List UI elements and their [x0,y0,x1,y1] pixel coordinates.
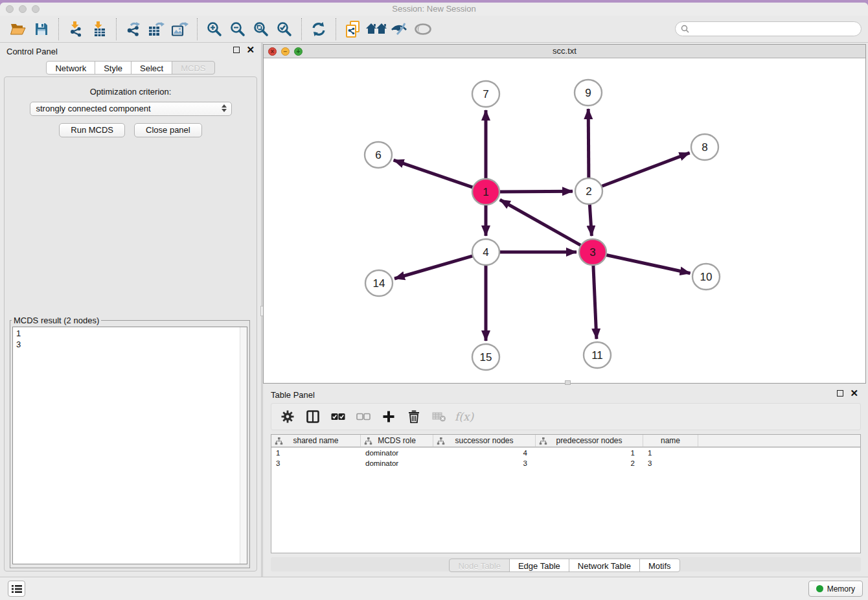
graph-node-11[interactable]: 11 [584,342,611,368]
cell-predecessor-nodes[interactable]: 1 [536,448,643,458]
tab-mcds[interactable]: MCDS [172,61,214,75]
select-all-icon[interactable] [328,407,348,426]
graph-node-3[interactable]: 3 [579,239,606,265]
search-input[interactable] [692,25,856,34]
hierarchy-icon [364,437,372,447]
open-session-icon[interactable] [6,18,30,40]
import-table-icon[interactable] [87,18,111,40]
save-session-icon[interactable] [30,18,53,40]
memory-status-icon [816,585,823,592]
export-network-icon[interactable] [122,18,145,40]
home-icon[interactable] [365,18,388,40]
table-row[interactable]: 1dominator411 [271,448,860,458]
close-panel-icon[interactable]: ✕ [246,47,255,53]
table-toolbar: f(x) [271,403,861,430]
search-field[interactable] [675,21,862,36]
cell-MCDS-role[interactable]: dominator [361,448,433,458]
cell-MCDS-role[interactable]: dominator [361,458,433,468]
criterion-value: strongly connected component [36,104,151,113]
edge-3-11[interactable] [593,264,597,339]
cell-successor-nodes[interactable]: 4 [433,448,536,458]
zoom-out-icon[interactable] [226,18,249,40]
network-window-titlebar[interactable]: × − + scc.txt [264,45,865,58]
task-history-button[interactable] [8,581,25,597]
table-panel-title: Table Panel [271,390,315,400]
table-row[interactable]: 3dominator323 [271,458,860,468]
tab-select[interactable]: Select [131,61,172,75]
edge-4-14[interactable] [394,255,474,279]
tab-network[interactable]: Network [46,61,95,75]
deselect-all-icon[interactable] [354,407,373,426]
export-image-icon[interactable] [168,18,192,40]
column-label: predecessor nodes [556,436,622,445]
zoom-selected-icon[interactable] [273,18,296,40]
window-title: Session: New Session [0,3,868,16]
cell-predecessor-nodes[interactable]: 2 [536,458,643,468]
clone-network-icon[interactable] [341,18,365,40]
column-header-shared-name[interactable]: shared name [271,435,361,446]
workspace-area: × − + scc.txt 7968124314101511 Table Pan… [263,43,866,577]
column-header-predecessor-nodes[interactable]: predecessor nodes [536,435,643,446]
graph-node-14[interactable]: 14 [365,270,393,296]
graph-node-4[interactable]: 4 [472,239,499,265]
close-panel-button[interactable]: Close panel [134,123,202,137]
graph-node-2[interactable]: 2 [575,178,602,204]
export-table-icon[interactable] [145,18,168,40]
cell-name[interactable]: 1 [643,448,698,458]
mcds-result-text[interactable]: 1 3 [12,327,247,564]
split-panel-icon[interactable] [303,407,323,426]
network-window: × − + scc.txt 7968124314101511 [263,44,866,384]
edge-2-8[interactable] [600,153,690,187]
delete-column-icon[interactable] [404,407,424,426]
cell-successor-nodes[interactable]: 3 [433,458,536,468]
run-mcds-button[interactable]: Run MCDS [59,123,125,137]
zoom-fit-icon[interactable] [249,18,273,40]
cell-shared-name[interactable]: 3 [271,458,361,468]
hide-panels-icon[interactable] [388,18,411,40]
zoom-in-icon[interactable] [203,18,226,40]
edge-2-9[interactable] [588,109,589,179]
column-label: successor nodes [455,436,513,445]
graph-node-15[interactable]: 15 [472,344,499,370]
float-table-panel-icon[interactable] [837,390,843,397]
column-header-MCDS-role[interactable]: MCDS role [361,435,433,446]
edge-1-2[interactable] [498,191,573,192]
show-panels-icon[interactable] [411,18,435,40]
toolbar-separator [58,18,59,40]
horizontal-splitter-grip[interactable] [565,380,571,385]
edge-1-6[interactable] [394,160,474,188]
tab-style[interactable]: Style [95,61,131,75]
edge-3-10[interactable] [605,255,691,273]
add-column-icon[interactable] [379,407,398,426]
edge-2-3[interactable] [589,203,591,236]
float-panel-icon[interactable] [233,47,240,53]
graph-node-9[interactable]: 9 [575,80,602,106]
memory-button[interactable]: Memory [808,581,863,597]
node-table: shared nameMCDS rolesuccessor nodesprede… [271,434,861,553]
refresh-icon[interactable] [307,18,330,40]
graph-node-10[interactable]: 10 [692,264,720,290]
import-network-icon[interactable] [64,18,87,40]
column-header-successor-nodes[interactable]: successor nodes [433,435,536,446]
table-panel-header: Table Panel ✕ [263,386,866,402]
select-stepper-icon [222,104,227,112]
cell-shared-name[interactable]: 1 [271,448,361,458]
close-table-panel-icon[interactable]: ✕ [850,390,858,397]
table-options-gear-icon[interactable] [278,407,297,426]
criterion-select[interactable]: strongly connected component [30,102,232,116]
tab-network-table[interactable]: Network Table [569,559,640,572]
graph-node-8[interactable]: 8 [691,134,718,160]
cell-name[interactable]: 3 [643,458,698,468]
graph-node-1[interactable]: 1 [472,179,499,205]
hierarchy-icon [539,437,547,447]
tab-node-table[interactable]: Node Table [449,559,510,572]
titlebar: Session: New Session [0,3,868,16]
network-graph-canvas[interactable]: 7968124314101511 [264,58,865,383]
graph-node-6[interactable]: 6 [365,142,392,168]
result-scrollbar[interactable] [240,327,247,564]
tab-edge-table[interactable]: Edge Table [509,559,569,572]
edge-3-1[interactable] [500,200,582,246]
graph-node-7[interactable]: 7 [472,81,499,107]
column-header-name[interactable]: name [643,435,698,446]
tab-motifs[interactable]: Motifs [639,559,680,572]
